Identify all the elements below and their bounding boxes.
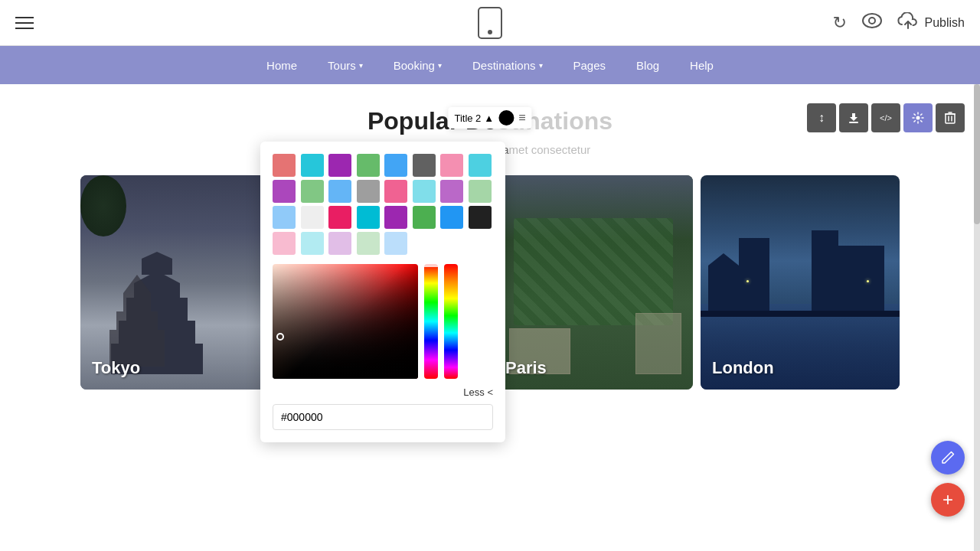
tokyo-bg [80,175,279,390]
hue-bar[interactable] [424,264,438,379]
destinations-caret: ▾ [539,61,543,70]
toolbar-left [15,17,34,29]
color-swatch[interactable] [384,232,407,255]
color-swatch[interactable] [301,180,324,203]
color-gradient-area[interactable] [273,264,418,379]
hex-input-row [273,404,493,430]
cloud-upload-icon [897,12,919,33]
city-card-london[interactable]: London [701,175,900,390]
color-swatch[interactable] [273,232,296,255]
floating-toolbar: ↕ </> [807,103,965,132]
fab-edit-button[interactable] [931,441,965,474]
toolbar-right: ↺ Publish [833,12,965,33]
color-swatch[interactable] [301,154,324,177]
color-swatch[interactable] [440,180,463,203]
city-card-tokyo[interactable]: Tokyo [80,175,279,390]
nav-tours[interactable]: Tours ▾ [328,55,363,76]
rainbow-bar[interactable] [444,264,458,379]
scrollbar-thumb [974,84,980,224]
color-swatch[interactable] [273,180,296,203]
tokyo-label: Tokyo [92,358,140,378]
color-picker-popup: Less < [260,142,505,442]
color-swatch[interactable] [357,180,380,203]
title-style-label: Title 2 [454,112,481,124]
color-swatch[interactable] [328,180,351,203]
color-swatch[interactable] [301,232,324,255]
svg-rect-5 [946,114,955,123]
color-swatch[interactable] [357,232,380,255]
hex-input[interactable] [273,404,493,430]
color-swatch[interactable] [469,180,492,203]
title-style-caret: ▲ [484,112,494,124]
publish-button[interactable]: Publish [897,12,965,33]
undo-icon[interactable]: ↺ [833,13,847,33]
ft-code-button[interactable]: </> [871,103,900,132]
color-swatch[interactable] [384,154,407,177]
ft-delete-button[interactable] [936,103,965,132]
less-button[interactable]: Less < [463,386,493,398]
mobile-preview-icon[interactable] [478,7,502,39]
nav-pages[interactable]: Pages [573,55,606,76]
paris-bg [494,175,693,390]
color-swatch[interactable] [384,180,407,203]
toolbar-center [478,7,502,39]
color-swatch[interactable] [413,232,436,255]
ft-move-button[interactable]: ↕ [807,103,836,132]
eye-icon[interactable] [862,13,882,33]
nav-home[interactable]: Home [266,55,297,76]
fab-add-icon: + [942,489,953,510]
color-swatch[interactable] [469,154,492,177]
london-bg [701,175,900,390]
nav-help[interactable]: Help [690,55,714,76]
hue-cursor [423,264,439,267]
color-swatch[interactable] [273,154,296,177]
city-card-paris[interactable]: Paris [494,175,693,390]
main-content: ↕ </> Titl [0,84,980,551]
color-swatch[interactable] [413,180,436,203]
svg-rect-3 [849,122,858,123]
title-toolbar: Title 2 ▲ ≡ [448,107,531,129]
color-swatches [273,154,493,255]
color-swatch[interactable] [357,154,380,177]
svg-point-1 [869,18,875,24]
picker-main [273,264,493,379]
color-swatch[interactable] [273,206,296,229]
color-swatch[interactable] [328,232,351,255]
svg-point-4 [916,116,920,120]
gradient-cursor[interactable] [276,333,284,341]
text-align-icon[interactable]: ≡ [518,111,525,125]
ft-settings-button[interactable] [903,103,933,132]
scrollbar[interactable] [974,84,980,551]
color-swatch[interactable] [328,154,351,177]
svg-point-0 [863,14,881,28]
london-label: London [712,358,774,378]
nav-blog[interactable]: Blog [636,55,659,76]
nav-bar: Home Tours ▾ Booking ▾ Destinations ▾ Pa… [0,46,980,84]
hamburger-icon[interactable] [15,17,34,29]
color-swatch[interactable] [384,206,407,229]
top-toolbar: ↺ Publish [0,0,980,46]
color-swatch[interactable] [413,154,436,177]
nav-booking[interactable]: Booking ▾ [394,55,442,76]
booking-caret: ▾ [438,61,442,70]
color-swatch[interactable] [440,154,463,177]
color-swatch[interactable] [301,206,324,229]
publish-label: Publish [925,16,965,30]
tours-caret: ▾ [359,61,363,70]
color-swatch[interactable] [328,206,351,229]
title-style-select[interactable]: Title 2 ▲ [454,112,494,124]
color-swatch[interactable] [469,206,492,229]
color-swatch[interactable] [357,206,380,229]
nav-destinations[interactable]: Destinations ▾ [472,55,543,76]
ft-download-button[interactable] [839,103,868,132]
color-swatch[interactable] [440,206,463,229]
color-swatch[interactable] [413,206,436,229]
paris-label: Paris [505,358,547,378]
color-swatch-black[interactable] [498,110,514,126]
fab-add-button[interactable]: + [931,483,965,517]
